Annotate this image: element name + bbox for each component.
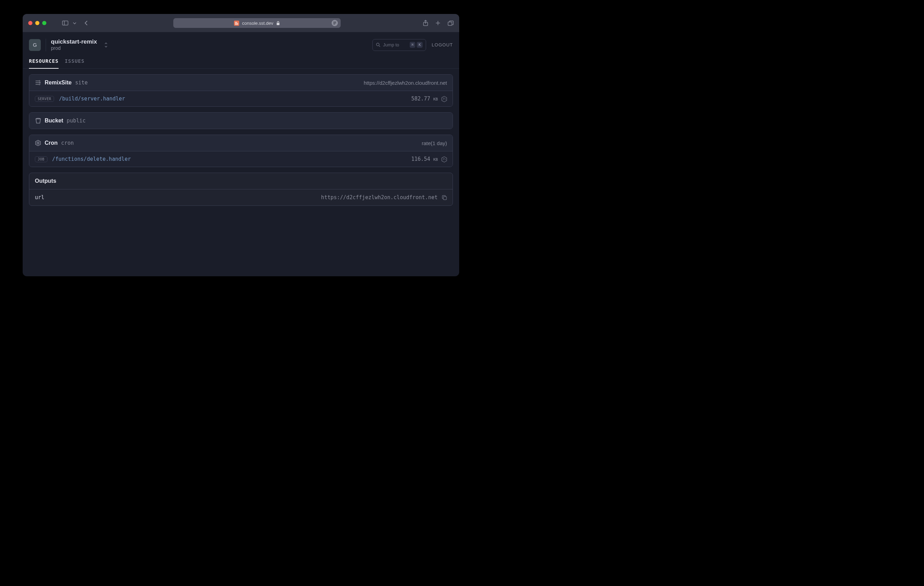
function-path: /build/server.handler [59, 96, 125, 102]
workspace-avatar[interactable]: G [29, 39, 41, 51]
function-row[interactable]: SERVER /build/server.handler 582.77 KB [29, 91, 452, 106]
site-icon [35, 79, 41, 86]
resource-type: RemixSite [45, 79, 71, 86]
toolbar-dropdown-icon[interactable] [73, 22, 76, 25]
nodejs-icon [441, 96, 447, 101]
resource-name: cron [61, 140, 74, 146]
browser-window: console.sst.dev G [23, 14, 459, 276]
lock-icon [276, 21, 280, 25]
function-badge: SERVER [35, 96, 54, 102]
resource-type: Cron [45, 140, 58, 146]
tabs-overview-icon[interactable] [448, 21, 454, 26]
reader-mode-icon[interactable] [332, 20, 338, 26]
outputs-card: Outputs url https://d2cffjezlwh2on.cloud… [29, 173, 453, 206]
new-tab-icon[interactable] [435, 20, 441, 26]
resource-card-cron: Cron cron rate(1 day) JOB /functions/del… [29, 135, 453, 167]
svg-rect-3 [277, 23, 279, 25]
outputs-heading: Outputs [29, 173, 452, 189]
browser-toolbar: console.sst.dev [23, 14, 459, 32]
resource-type: Bucket [45, 117, 63, 124]
svg-rect-0 [63, 21, 68, 25]
function-badge: JOB [35, 156, 48, 162]
back-button[interactable] [81, 18, 91, 28]
output-row: url https://d2cffjezlwh2on.cloudfront.ne… [29, 189, 452, 205]
tab-resources[interactable]: RESOURCES [29, 58, 59, 69]
copy-icon[interactable] [442, 195, 447, 200]
app-header: G quickstart-remix prod Jump to ⌘ K [23, 32, 459, 51]
cron-schedule: rate(1 day) [422, 140, 447, 146]
cron-icon [35, 140, 41, 146]
jump-to-button[interactable]: Jump to ⌘ K [372, 39, 426, 51]
maximize-window-button[interactable] [42, 21, 46, 25]
address-bar[interactable]: console.sst.dev [173, 18, 341, 28]
main-tabs: RESOURCES ISSUES [23, 51, 459, 69]
output-key: url [35, 194, 44, 201]
resource-card-header[interactable]: Bucket public [29, 113, 452, 129]
jump-label: Jump to [383, 42, 399, 48]
bucket-icon [35, 117, 41, 124]
project-name: quickstart-remix [51, 38, 97, 45]
svg-point-6 [376, 43, 379, 46]
function-path: /functions/delete.handler [52, 156, 131, 162]
resource-card-header[interactable]: RemixSite site https://d2cffjezlwh2on.cl… [29, 75, 452, 91]
search-icon [376, 43, 380, 47]
address-text: console.sst.dev [242, 21, 273, 26]
output-value: https://d2cffjezlwh2on.cloudfront.net [321, 194, 437, 201]
nodejs-icon [441, 156, 447, 162]
svg-rect-8 [444, 196, 447, 200]
tab-issues[interactable]: ISSUES [65, 58, 85, 68]
minimize-window-button[interactable] [35, 21, 40, 25]
resource-card-header[interactable]: Cron cron rate(1 day) [29, 135, 452, 151]
traffic-lights [28, 21, 46, 25]
logout-button[interactable]: LOGOUT [432, 42, 453, 48]
resource-name: public [67, 117, 86, 124]
sidebar-toggle-icon[interactable] [60, 18, 70, 28]
close-window-button[interactable] [28, 21, 33, 25]
project-stage: prod [51, 45, 97, 51]
site-favicon-icon [234, 21, 239, 26]
header-divider [46, 39, 46, 51]
function-size: 582.77 KB [411, 96, 438, 102]
kbd-k: K [417, 42, 422, 48]
project-switcher-icon[interactable] [104, 42, 108, 48]
share-icon[interactable] [423, 20, 428, 26]
resources-list: RemixSite site https://d2cffjezlwh2on.cl… [23, 69, 459, 211]
resource-name: site [75, 79, 87, 86]
resource-url[interactable]: https://d2cffjezlwh2on.cloudfront.net [364, 80, 447, 86]
svg-rect-5 [448, 22, 452, 25]
function-size: 116.54 KB [411, 156, 438, 162]
project-selector[interactable]: quickstart-remix prod [51, 38, 97, 51]
kbd-cmd: ⌘ [410, 42, 416, 48]
resource-card-bucket: Bucket public [29, 112, 453, 129]
resource-card-remixsite: RemixSite site https://d2cffjezlwh2on.cl… [29, 74, 453, 107]
function-row[interactable]: JOB /functions/delete.handler 116.54 KB [29, 151, 452, 167]
avatar-letter: G [33, 42, 37, 48]
